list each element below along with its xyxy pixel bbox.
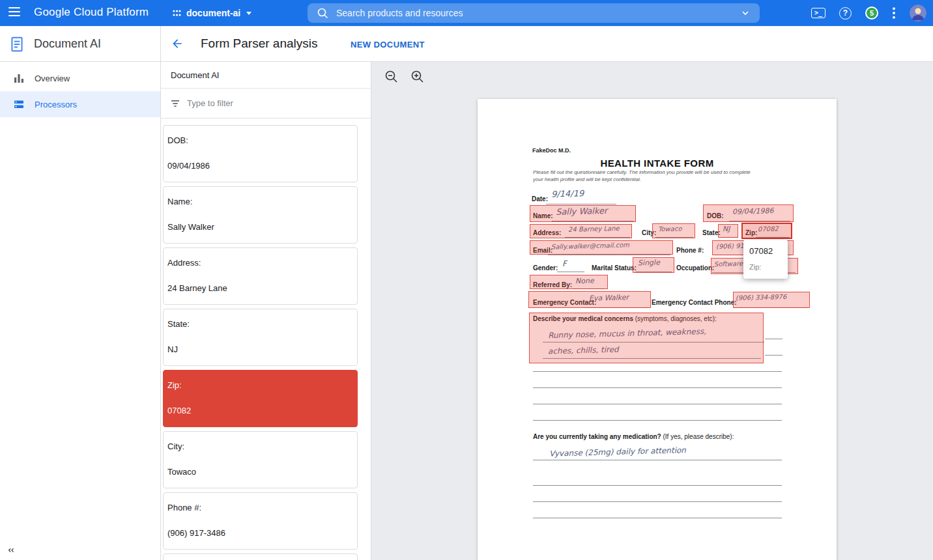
ruled-line (557, 272, 584, 272)
brand-logo[interactable]: Google Cloud Platform (34, 6, 149, 19)
ruled-line (765, 355, 782, 356)
field-value: (906) 917-3486 (167, 528, 352, 538)
panel-title: Document AI (161, 62, 371, 89)
field-value: NJ (167, 344, 352, 354)
page-header: Document AI Form Parser analysis NEW DOC… (0, 26, 933, 62)
form-value-gender: F (562, 259, 567, 268)
field-card-zip-selected[interactable]: Zip: 07082 (163, 370, 358, 427)
field-card-city[interactable]: City: Towaco (163, 431, 358, 488)
sidebar-item-processors[interactable]: Processors (0, 91, 160, 117)
highlight-dob[interactable] (703, 204, 794, 222)
form-label-date: Date: (532, 195, 548, 203)
menu-icon[interactable] (8, 7, 20, 16)
zoom-in-button[interactable] (410, 69, 425, 87)
highlight-emergency-phone[interactable] (733, 292, 810, 308)
overview-icon (13, 72, 25, 84)
search-chevron-down-icon[interactable] (740, 8, 751, 18)
field-card-name[interactable]: Name: Sally Walker (163, 186, 358, 244)
ruled-line (533, 404, 782, 404)
ruled-line (533, 460, 782, 460)
field-value: 07082 (167, 406, 352, 415)
form-label-phone: Phone #: (676, 247, 704, 254)
search-bar[interactable] (308, 3, 760, 23)
highlight-state[interactable] (718, 224, 738, 238)
ruled-line (548, 255, 670, 255)
field-card-dob[interactable]: DOB: 09/04/1986 (163, 125, 358, 182)
form-label-marital: Marital Status: (592, 264, 637, 272)
field-label: State: (167, 319, 352, 329)
zoom-in-icon (410, 69, 425, 85)
highlight-email[interactable] (530, 240, 673, 255)
document-viewer: FakeDoc M.D. HEALTH INTAKE FORM Please f… (371, 62, 933, 560)
form-label-gender: Gender: (533, 264, 558, 272)
avatar-image (910, 5, 926, 21)
field-value: Sally Walker (167, 222, 352, 232)
cloud-shell-icon[interactable]: >_ (811, 8, 825, 18)
ruled-line (533, 501, 782, 502)
field-label: Name: (167, 197, 352, 206)
ruled-line (533, 518, 782, 518)
filter-icon (170, 98, 180, 109)
field-tooltip: 07082 Zip: (743, 240, 788, 279)
back-button[interactable] (171, 37, 184, 53)
doc-clinic-name: FakeDoc M.D. (532, 147, 571, 154)
highlight-name[interactable] (530, 205, 636, 222)
field-card-partial[interactable] (163, 553, 358, 560)
collapse-icon (5, 545, 16, 555)
search-input[interactable] (336, 8, 740, 18)
field-value: 09/04/1986 (167, 161, 352, 171)
project-selector[interactable]: document-ai (172, 0, 251, 26)
search-icon (317, 7, 328, 19)
extracted-fields-panel: Document AI DOB: 09/04/1986 Name: Sally … (161, 62, 371, 560)
product-header: Document AI (0, 26, 161, 62)
field-label: Phone #: (167, 503, 352, 512)
form-value-medication: Vyvanse (25mg) daily for attention (549, 445, 686, 458)
help-icon[interactable]: ? (839, 7, 852, 20)
field-card-state[interactable]: State: NJ (163, 309, 358, 366)
highlight-medical-concerns[interactable] (529, 313, 764, 363)
ruled-line (533, 485, 782, 486)
project-icon (172, 8, 182, 18)
form-label-occupation: Occupation: (676, 264, 714, 272)
processors-icon (13, 98, 25, 110)
back-arrow-icon (171, 37, 184, 50)
new-document-button[interactable]: NEW DOCUMENT (351, 40, 425, 49)
field-card-list: DOB: 09/04/1986 Name: Sally Walker Addre… (161, 122, 371, 560)
field-label: Address: (167, 258, 352, 268)
sidebar-item-label: Processors (35, 100, 77, 109)
top-app-bar: Google Cloud Platform document-ai >_ ? 5 (0, 0, 933, 26)
highlight-zip-selected[interactable] (741, 223, 792, 239)
highlight-marital-status[interactable] (633, 257, 674, 273)
field-label: City: (167, 441, 352, 451)
sidebar-item-overview[interactable]: Overview (0, 65, 160, 91)
filter-row (161, 89, 371, 119)
more-options-icon[interactable] (892, 7, 896, 19)
zoom-out-button[interactable] (384, 69, 399, 87)
notifications-badge[interactable]: 5 (865, 7, 878, 20)
field-value: 24 Barney Lane (167, 283, 352, 293)
document-page: FakeDoc M.D. HEALTH INTAKE FORM Please f… (478, 99, 837, 560)
document-ai-logo-icon (8, 36, 25, 53)
field-card-phone[interactable]: Phone #: (906) 917-3486 (163, 492, 358, 550)
project-name: document-ai (186, 8, 240, 18)
ruled-line (765, 339, 782, 339)
highlight-city[interactable] (652, 223, 695, 238)
form-label-emergency-phone: Emergency Contact Phone: (652, 299, 737, 306)
page-title: Form Parser analysis (201, 36, 318, 51)
chevron-down-icon (246, 12, 251, 15)
sidebar-item-label: Overview (35, 74, 70, 83)
product-title: Document AI (34, 37, 101, 51)
highlight-referred-by[interactable] (530, 275, 608, 289)
left-nav: Overview Processors (0, 62, 161, 560)
filter-input[interactable] (187, 98, 350, 108)
zoom-out-icon (384, 69, 399, 85)
highlight-emergency-contact[interactable] (528, 291, 651, 308)
topbar-actions: >_ ? 5 (811, 0, 926, 26)
field-card-address[interactable]: Address: 24 Barney Lane (163, 247, 358, 305)
ruled-line (546, 204, 616, 204)
highlight-address[interactable] (530, 224, 632, 238)
avatar[interactable] (910, 5, 926, 21)
form-label-medication: Are you currently taking any medication?… (533, 433, 734, 440)
field-value: Towaco (167, 467, 352, 477)
collapse-nav-button[interactable] (5, 545, 16, 558)
